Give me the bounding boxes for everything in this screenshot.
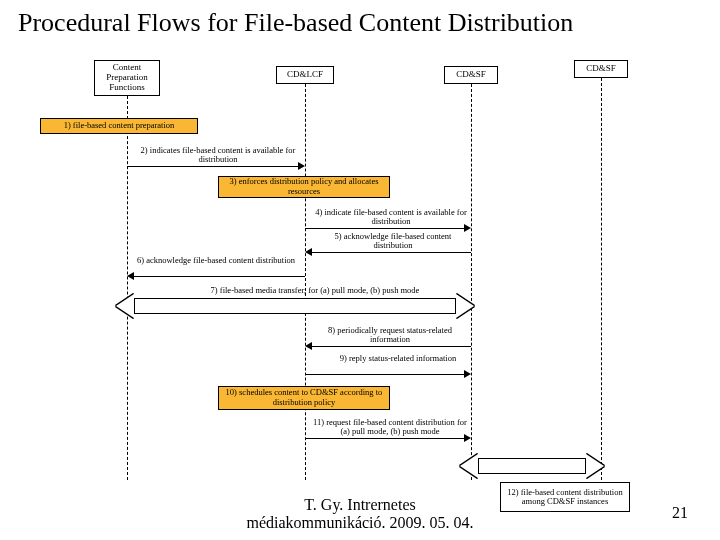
page-title: Procedural Flows for File-based Content … [18,8,573,38]
lane-cds-sf2: CD&SF [574,60,628,78]
footer-line2: médiakommunikáció. 2009. 05. 04. [246,514,473,531]
msg-step5: 5) acknowledge file-based content distri… [318,232,468,251]
msg-step7: 7) file-based media transfer, for (a) pu… [190,286,440,295]
sequence-diagram: Content Preparation Functions CD&LCF CD&… [0,60,720,500]
bigarrowhead-step12-l [460,454,478,478]
note-step10: 10) schedules content to CD&SF according… [218,386,390,410]
page-number: 21 [672,504,688,522]
note-step1: 1) file-based content preparation [40,118,198,134]
lane-content-prep: Content Preparation Functions [94,60,160,96]
arrow-step4 [305,228,464,229]
bigarrowhead-step7-l [116,294,134,318]
lifeline-d [601,78,602,480]
arrow-step9 [305,374,464,375]
note-step3: 3) enforces distribution policy and allo… [218,176,390,198]
msg-step9: 9) reply status-related information [328,354,468,363]
msg-step2: 2) indicates file-based content is avail… [138,146,298,165]
footer-text: T. Gy. Intrernetes médiakommunikáció. 20… [0,496,720,532]
bigarrowhead-step7-r [456,294,474,318]
msg-step8: 8) periodically request status-related i… [312,326,468,345]
arrowhead-step9 [464,370,471,378]
arrowhead-step2 [298,162,305,170]
arrow-step2 [127,166,298,167]
lifeline-b [305,84,306,480]
arrowhead-step8 [305,342,312,350]
arrowhead-step4 [464,224,471,232]
arrow-step5 [312,252,471,253]
msg-step11: 11) request file-based content distribut… [310,418,470,437]
arrow-step8 [312,346,471,347]
bigarrow-step12 [478,458,586,474]
arrow-step6 [134,276,305,277]
arrowhead-step6 [127,272,134,280]
msg-step6: 6) acknowledge file-based content distri… [136,256,296,265]
footer-line1: T. Gy. Intrernetes [304,496,416,513]
arrowhead-step5 [305,248,312,256]
lifeline-a [127,96,128,480]
lane-cds-lcf: CD&LCF [276,66,334,84]
lane-cds-sf: CD&SF [444,66,498,84]
lifeline-c [471,84,472,480]
bigarrow-step7 [134,298,456,314]
bigarrowhead-step12-r [586,454,604,478]
msg-step4: 4) indicate file-based content is availa… [312,208,470,227]
arrowhead-step11 [464,434,471,442]
arrow-step11 [305,438,464,439]
